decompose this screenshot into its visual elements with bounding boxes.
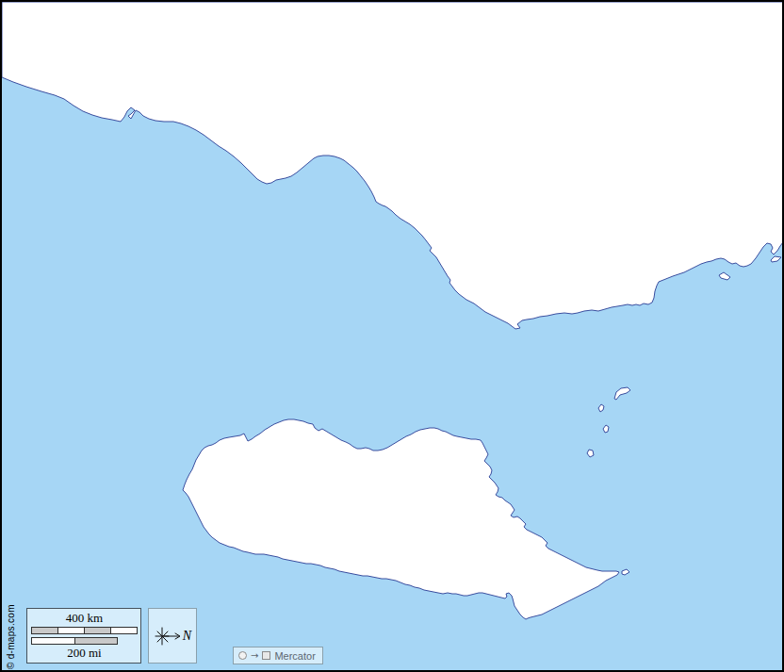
islet (587, 450, 594, 457)
map-canvas: 400 km 200 mi N → Mercator © d-maps.com (0, 0, 784, 672)
scale-segment (32, 628, 58, 633)
islet (603, 425, 609, 433)
scale-segment (32, 638, 75, 644)
scale-segment (75, 638, 118, 644)
islet (771, 256, 781, 262)
scale-bar-panel: 400 km 200 mi (26, 608, 141, 664)
north-landmass-coastline (2, 2, 784, 329)
islet (614, 387, 630, 400)
main-island (183, 419, 619, 619)
scale-bar-mi (31, 637, 118, 645)
scale-segment (85, 628, 111, 633)
scale-mi-label: 200 mi (31, 646, 138, 660)
islet (622, 569, 629, 575)
globe-circle-icon (238, 651, 247, 660)
scale-bar-km (31, 627, 138, 634)
scale-km-label: 400 km (31, 611, 138, 625)
compass-star-icon (154, 623, 184, 649)
projection-panel: → Mercator (233, 647, 323, 664)
compass-panel: N (148, 608, 197, 664)
scale-segment (111, 628, 137, 633)
projection-arrow-icon: → (251, 651, 258, 660)
outline-map (2, 2, 784, 672)
scale-segment (58, 628, 85, 633)
islet (598, 404, 604, 412)
compass-north-label: N (183, 629, 191, 644)
projection-name: Mercator (274, 650, 315, 662)
projected-square-icon (262, 651, 270, 660)
copyright-text: © d-maps.com (6, 604, 16, 669)
islet (719, 272, 730, 280)
